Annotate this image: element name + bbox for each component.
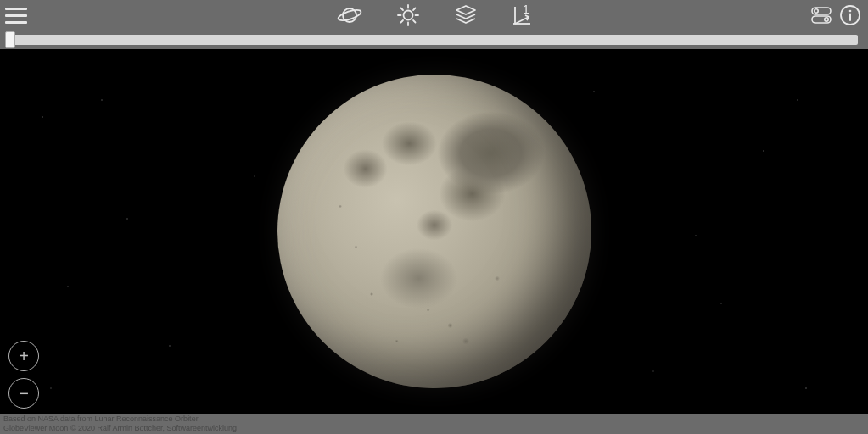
scale-value-text: 1: [523, 3, 529, 16]
svg-point-1: [337, 8, 361, 22]
globe-viewport[interactable]: [0, 49, 868, 414]
scale-icon[interactable]: 1: [512, 3, 532, 27]
zoom-in-button[interactable]: +: [8, 341, 39, 371]
zoom-out-button[interactable]: −: [8, 378, 39, 409]
settings-toggle-icon[interactable]: [810, 6, 832, 25]
svg-line-9: [400, 20, 403, 23]
planet-icon[interactable]: [337, 4, 362, 26]
sun-icon[interactable]: [396, 3, 420, 27]
svg-line-8: [413, 20, 416, 23]
svg-line-7: [400, 8, 403, 11]
info-icon[interactable]: [839, 4, 861, 26]
footer-credit-1: Based on NASA data from Lunar Reconnaiss…: [3, 415, 865, 424]
moon-globe[interactable]: [277, 75, 591, 388]
time-slider-thumb[interactable]: [5, 31, 15, 48]
footer-bar: Based on NASA data from Lunar Reconnaiss…: [0, 414, 868, 434]
time-slider-track[interactable]: [10, 35, 858, 45]
layers-icon[interactable]: [454, 4, 478, 26]
svg-point-2: [403, 11, 412, 20]
svg-point-14: [815, 9, 818, 13]
svg-point-16: [825, 18, 828, 21]
svg-point-18: [849, 10, 852, 13]
menu-button[interactable]: [5, 3, 31, 28]
footer-credit-2: GlobeViewer Moon © 2020 Ralf Armin Böttc…: [3, 424, 865, 433]
svg-line-10: [413, 8, 416, 11]
